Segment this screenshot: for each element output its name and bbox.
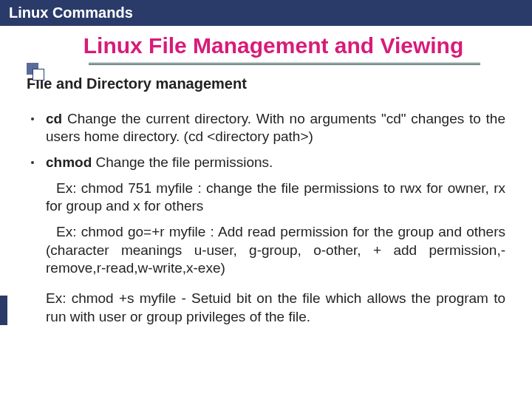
title-area: Linux File Management and Viewing xyxy=(0,26,532,65)
section-subhead: File and Directory management xyxy=(27,75,505,92)
title-underline xyxy=(89,63,480,65)
header-bar: Linux Commands xyxy=(0,0,532,26)
command-desc: Change the file permissions. xyxy=(92,154,273,170)
example-text: Ex: chmod +s myfile - Setuid bit on the … xyxy=(27,290,505,326)
bullet-icon xyxy=(31,117,34,120)
side-tab-decoration xyxy=(0,296,7,325)
slide-title: Linux File Management and Viewing xyxy=(44,32,502,60)
bullet-icon xyxy=(31,161,34,164)
example-text: Ex: chmod 751 myfile : change the file p… xyxy=(27,180,505,216)
command-name: chmod xyxy=(46,154,92,170)
command-desc: Change the current directory. With no ar… xyxy=(46,111,505,145)
header-title: Linux Commands xyxy=(9,4,133,21)
example-text: Ex: chmod go=+r myfile : Add read permis… xyxy=(27,223,505,278)
list-item: chmod Change the file permissions. xyxy=(27,154,505,172)
title-bullet-icon xyxy=(27,63,44,81)
content-area: File and Directory management cd Change … xyxy=(0,65,532,327)
list-item: cd Change the current directory. With no… xyxy=(27,110,505,146)
command-name: cd xyxy=(46,111,62,126)
